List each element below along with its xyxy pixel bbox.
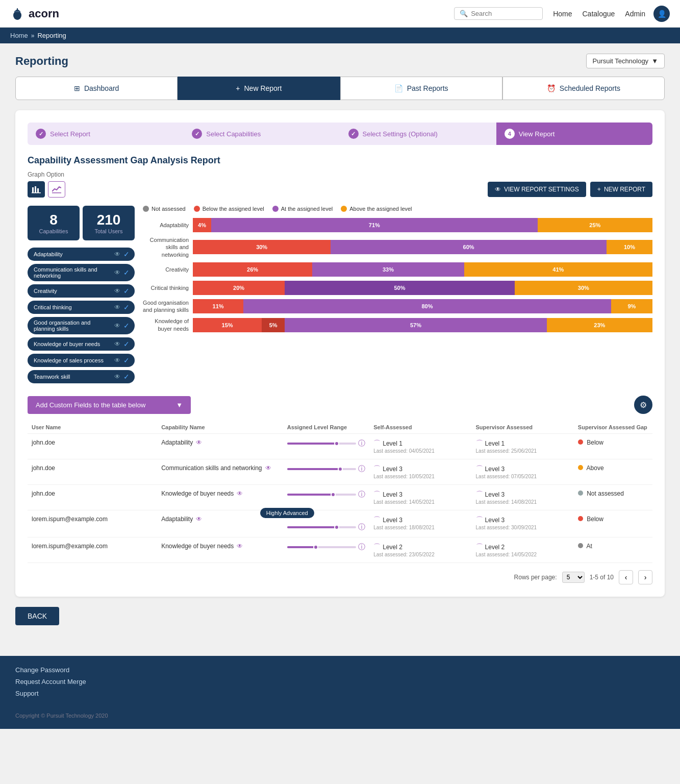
range-slider[interactable]: ⓘ <box>287 464 366 474</box>
row-eye-icon[interactable]: 👁 <box>196 439 202 446</box>
acorn-logo-icon <box>10 7 24 21</box>
tab-dashboard[interactable]: ⊞ Dashboard <box>15 77 178 100</box>
breadcrumb-home[interactable]: Home <box>10 32 28 39</box>
self-level-name: ⌒ Level 2 <box>373 543 467 552</box>
step-3-icon: ✓ <box>348 129 359 139</box>
capability-list-item: Teamwork skill 👁 ✓ <box>28 370 135 383</box>
td-supervisor-assessed: ⌒ Level 3 Last assessed: 30/09/2021 <box>472 510 574 537</box>
row-eye-icon[interactable]: 👁 <box>265 464 271 472</box>
prev-page-button[interactable]: ‹ <box>619 570 633 584</box>
report-title-row: Capability Assessment Gap Analysis Repor… <box>28 155 652 166</box>
eye-icon[interactable]: 👁 <box>114 304 120 311</box>
bar-stack: 15%5%57%23% <box>193 318 652 332</box>
eye-icon[interactable]: 👁 <box>114 373 120 380</box>
action-buttons: 👁 VIEW REPORT SETTINGS + NEW REPORT <box>488 182 652 197</box>
bar-label: Knowledge of buyer needs <box>143 317 189 332</box>
capability-name: Critical thinking <box>34 304 112 310</box>
org-selector[interactable]: Pursuit Technology ▼ <box>586 54 665 68</box>
chart-panel: Not assessed Below the assigned level At… <box>143 206 652 383</box>
graph-line-icon-btn[interactable] <box>48 181 65 198</box>
table-settings-button[interactable]: ⚙ <box>634 396 652 414</box>
eye-icon[interactable]: 👁 <box>114 357 120 364</box>
range-slider[interactable]: ⓘ <box>287 523 366 532</box>
level-curve-icon: ⌒ <box>373 439 381 448</box>
eye-icon[interactable]: 👁 <box>114 340 120 348</box>
row-eye-icon[interactable]: 👁 <box>196 516 202 523</box>
pagination-range: 1-5 of 10 <box>590 574 614 581</box>
bar-segment: 57% <box>285 318 547 332</box>
step-4-icon: 4 <box>505 129 515 139</box>
row-eye-icon[interactable]: 👁 <box>237 490 243 497</box>
custom-fields-button[interactable]: Add Custom Fields to the table below ▼ <box>28 396 191 414</box>
range-slider[interactable]: ⓘ <box>287 439 366 448</box>
tab-past-reports[interactable]: 📄 Past Reports <box>340 77 502 100</box>
sup-level: ⌒ Level 3 Last assessed: 07/05/2021 <box>476 464 570 479</box>
range-track <box>287 468 357 470</box>
highly-advanced-tooltip: Highly Advanced <box>260 508 314 518</box>
info-icon[interactable]: ⓘ <box>358 490 365 499</box>
bar-segment: 80% <box>243 299 611 313</box>
next-page-button[interactable]: › <box>638 570 652 584</box>
td-self-assessed: ⌒ Level 3 Last assessed: 18/08/2021 <box>369 510 471 537</box>
td-user: lorem.ispum@example.com <box>28 537 157 563</box>
user-avatar[interactable]: 👤 <box>653 6 670 22</box>
new-report-button[interactable]: + NEW REPORT <box>590 182 652 197</box>
bar-segment: 9% <box>611 299 652 313</box>
range-slider[interactable]: ⓘ <box>287 543 366 552</box>
data-table: User Name Capability Name Assigned Level… <box>28 421 652 563</box>
info-icon[interactable]: ⓘ <box>358 543 365 552</box>
info-icon[interactable]: ⓘ <box>358 464 365 474</box>
footer-change-password[interactable]: Change Password <box>15 666 665 674</box>
clock-icon: ⏰ <box>547 84 556 92</box>
nav-home[interactable]: Home <box>553 10 572 18</box>
back-button[interactable]: BACK <box>15 607 59 625</box>
stat-capabilities-value: 8 <box>32 212 75 228</box>
level-curve-icon-2: ⌒ <box>476 439 483 448</box>
footer: Change Password Request Account Merge Su… <box>0 656 680 729</box>
org-name: Pursuit Technology <box>593 57 649 65</box>
eye-icon[interactable]: 👁 <box>114 322 120 329</box>
nav-admin[interactable]: Admin <box>625 10 645 18</box>
row-eye-icon[interactable]: 👁 <box>237 543 243 550</box>
nav-catalogue[interactable]: Catalogue <box>582 10 615 18</box>
stats-row: 8 Capabilities 210 Total Users <box>28 206 135 240</box>
rows-per-page-select[interactable]: 51025 <box>562 572 585 583</box>
tab-new-report[interactable]: + New Report <box>178 77 340 100</box>
eye-icon[interactable]: 👁 <box>114 251 120 258</box>
step-1-label: Select Report <box>50 130 90 138</box>
tab-scheduled-reports[interactable]: ⏰ Scheduled Reports <box>502 77 665 100</box>
stat-total-users: 210 Total Users <box>83 206 135 240</box>
svg-rect-4 <box>32 187 34 193</box>
chart-bars: Adaptability4%50% (68 users)Assessed lev… <box>143 218 652 332</box>
table-section: Add Custom Fields to the table below ▼ ⚙… <box>28 396 652 584</box>
svg-rect-5 <box>35 186 36 193</box>
footer-account-merge[interactable]: Request Account Merge <box>15 678 665 685</box>
eye-icon[interactable]: 👁 <box>114 287 120 295</box>
status-dot <box>578 491 583 496</box>
capability-list-item: Good organisation and planning skills 👁 … <box>28 317 135 334</box>
self-level: ⌒ Level 3 Last assessed: 14/05/2021 <box>373 490 467 505</box>
capability-name: Creativity <box>34 288 112 294</box>
tabs-row: ⊞ Dashboard + New Report 📄 Past Reports … <box>15 77 665 100</box>
range-track <box>287 526 357 528</box>
footer-support[interactable]: Support <box>15 690 665 697</box>
range-fill <box>287 443 336 445</box>
view-report-settings-button[interactable]: 👁 VIEW REPORT SETTINGS <box>488 182 586 197</box>
level-curve-icon-2: ⌒ <box>476 543 483 552</box>
search-box[interactable]: 🔍 <box>454 7 543 20</box>
stat-total-users-value: 210 <box>87 212 131 228</box>
legend-above-dot <box>341 206 347 212</box>
range-slider[interactable]: ⓘ <box>287 490 366 499</box>
sup-level: ⌒ Level 2 Last assessed: 14/05/2022 <box>476 543 570 557</box>
graph-bar-icon-btn[interactable] <box>28 181 45 198</box>
search-input[interactable] <box>471 10 537 17</box>
sup-level-date: Last assessed: 07/05/2021 <box>476 474 570 479</box>
eye-icon[interactable]: 👁 <box>114 269 120 276</box>
sup-level: ⌒ Level 3 Last assessed: 14/08/2021 <box>476 490 570 505</box>
top-navigation: acorn 🔍 Home Catalogue Admin 👤 <box>0 0 680 28</box>
td-capability: Adaptability 👁 <box>157 434 283 459</box>
dashboard-icon: ⊞ <box>74 84 80 92</box>
info-icon[interactable]: ⓘ <box>358 439 365 448</box>
info-icon[interactable]: ⓘ <box>358 523 365 532</box>
step-3-label: Select Settings (Optional) <box>363 130 438 138</box>
